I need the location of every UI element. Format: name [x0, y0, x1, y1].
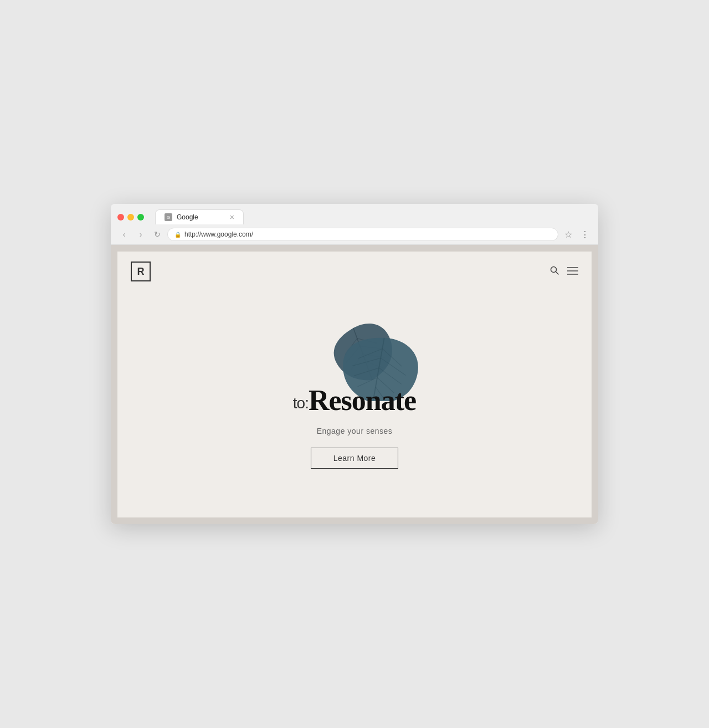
maximize-traffic-light[interactable] [137, 214, 144, 221]
url-text: http://www.google.com/ [184, 230, 253, 238]
search-icon[interactable] [549, 265, 559, 278]
browser-window: G Google × ‹ › ↻ 🔒 http://www.google.com… [111, 204, 598, 524]
reload-button[interactable]: ↻ [151, 228, 164, 241]
back-button[interactable]: ‹ [117, 228, 131, 241]
tab-bar: G Google × [155, 209, 592, 224]
minimize-traffic-light[interactable] [127, 214, 134, 221]
site-nav-right [549, 265, 578, 278]
lock-icon: 🔒 [174, 232, 181, 238]
learn-more-button[interactable]: Learn More [311, 448, 399, 469]
hero-section: to:Resonate Engage your senses Learn Mor… [117, 291, 592, 517]
title-prefix: to: [293, 394, 309, 412]
hero-tagline: Engage your senses [317, 427, 393, 435]
tab-title: Google [177, 213, 225, 221]
forward-button[interactable]: › [134, 228, 147, 241]
bookmark-button[interactable]: ☆ [562, 228, 575, 241]
site-logo: Я [131, 262, 151, 281]
leaves-decoration [282, 318, 427, 396]
browser-chrome: G Google × ‹ › ↻ 🔒 http://www.google.com… [111, 204, 598, 245]
website-content: Я [111, 245, 598, 524]
tab-favicon: G [165, 213, 172, 221]
tab-close-button[interactable]: × [230, 213, 234, 221]
address-bar[interactable]: 🔒 http://www.google.com/ [167, 228, 558, 241]
close-traffic-light[interactable] [117, 214, 124, 221]
menu-icon[interactable] [567, 266, 578, 278]
traffic-lights [117, 214, 144, 221]
browser-titlebar: G Google × [111, 204, 598, 224]
svg-line-1 [556, 271, 559, 274]
browser-toolbar: ‹ › ↻ 🔒 http://www.google.com/ ☆ ⋮ [111, 224, 598, 244]
title-main: Resonate [309, 384, 416, 416]
toolbar-actions: ☆ ⋮ [562, 228, 592, 241]
more-button[interactable]: ⋮ [578, 228, 592, 241]
hero-title: to:Resonate [293, 384, 416, 416]
website-inner: Я [117, 252, 592, 517]
site-nav: Я [117, 252, 592, 291]
browser-tab[interactable]: G Google × [155, 209, 244, 224]
